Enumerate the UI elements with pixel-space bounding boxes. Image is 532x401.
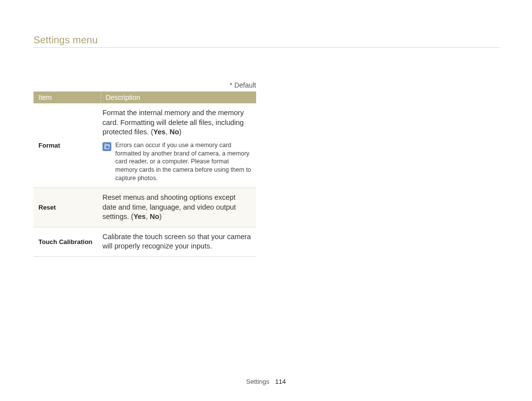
item-format: Format xyxy=(33,103,100,188)
page-footer: Settings 114 xyxy=(0,378,532,385)
desc-format: Format the internal memory and the memor… xyxy=(100,103,256,188)
table-row: Reset Reset menus and shooting options e… xyxy=(33,188,256,227)
note-text: Errors can occur if you use a memory car… xyxy=(115,141,251,183)
table-header-row: Item Description xyxy=(33,92,256,103)
desc-reset: Reset menus and shooting options except … xyxy=(100,188,256,227)
desc-touch-calibration: Calibrate the touch screen so that your … xyxy=(100,227,256,256)
col-header-item: Item xyxy=(33,92,100,103)
desc-text: Reset menus and shooting options except … xyxy=(102,193,236,220)
header-divider xyxy=(33,47,499,48)
table-row: Format Format the internal memory and th… xyxy=(33,103,256,188)
options-group: (Yes, No) xyxy=(131,213,162,220)
settings-table: Item Description Format Format the inter… xyxy=(33,92,256,257)
option-yes: Yes xyxy=(133,213,146,220)
default-legend: * Default xyxy=(33,81,256,89)
option-yes: Yes xyxy=(153,128,166,136)
item-touch-calibration: Touch Calibration xyxy=(33,227,100,256)
item-reset: Reset xyxy=(33,188,100,227)
option-no: No xyxy=(169,128,179,136)
col-header-description: Description xyxy=(100,92,256,103)
info-note: Errors can occur if you use a memory car… xyxy=(102,141,251,183)
footer-section: Settings xyxy=(246,378,269,385)
option-no: No xyxy=(150,213,159,220)
page-title: Settings menu xyxy=(33,34,98,46)
options-group: (Yes, No) xyxy=(151,128,181,136)
table-row: Touch Calibration Calibrate the touch sc… xyxy=(33,227,256,256)
manual-page: Settings menu * Default Item Description… xyxy=(0,0,532,401)
note-icon xyxy=(102,142,111,151)
footer-page-number: 114 xyxy=(275,378,286,385)
